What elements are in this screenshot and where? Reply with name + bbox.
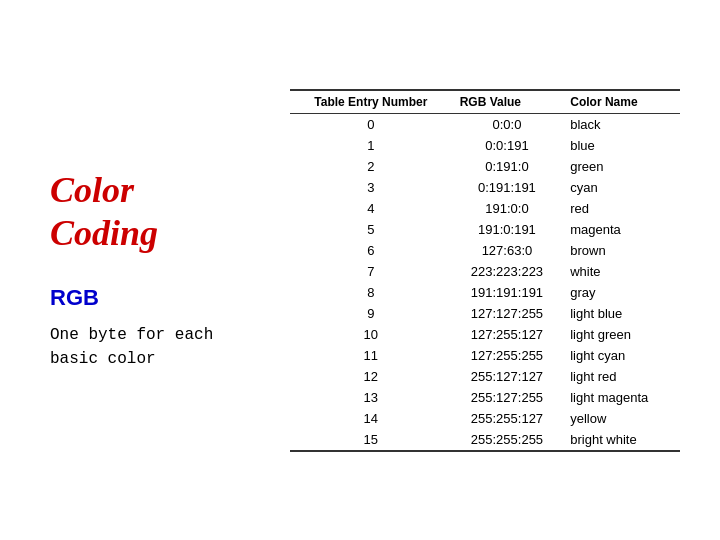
table-row: 10127:255:127light green bbox=[290, 324, 680, 345]
cell-entry: 12 bbox=[290, 366, 452, 387]
cell-rgb: 255:127:255 bbox=[452, 387, 563, 408]
table-row: 5191:0:191magenta bbox=[290, 219, 680, 240]
cell-entry: 9 bbox=[290, 303, 452, 324]
cell-entry: 3 bbox=[290, 177, 452, 198]
cell-color-name: blue bbox=[562, 135, 680, 156]
cell-rgb: 0:0:0 bbox=[452, 113, 563, 135]
cell-entry: 1 bbox=[290, 135, 452, 156]
cell-rgb: 0:191:191 bbox=[452, 177, 563, 198]
rgb-label: RGB bbox=[50, 285, 250, 311]
cell-entry: 4 bbox=[290, 198, 452, 219]
table-row: 13255:127:255light magenta bbox=[290, 387, 680, 408]
cell-color-name: gray bbox=[562, 282, 680, 303]
right-panel: Table Entry Number RGB Value Color Name … bbox=[270, 79, 690, 462]
cell-rgb: 191:191:191 bbox=[452, 282, 563, 303]
cell-rgb: 127:255:255 bbox=[452, 345, 563, 366]
col-header-rgb: RGB Value bbox=[452, 90, 563, 114]
cell-rgb: 255:127:127 bbox=[452, 366, 563, 387]
cell-entry: 13 bbox=[290, 387, 452, 408]
cell-color-name: magenta bbox=[562, 219, 680, 240]
page-title: Color Coding bbox=[50, 169, 250, 255]
table-row: 14255:255:127yellow bbox=[290, 408, 680, 429]
cell-color-name: bright white bbox=[562, 429, 680, 451]
table-row: 20:191:0green bbox=[290, 156, 680, 177]
table-row: 4191:0:0red bbox=[290, 198, 680, 219]
table-row: 10:0:191blue bbox=[290, 135, 680, 156]
cell-rgb: 223:223:223 bbox=[452, 261, 563, 282]
table-row: 00:0:0black bbox=[290, 113, 680, 135]
table-row: 6127:63:0brown bbox=[290, 240, 680, 261]
table-row: 7223:223:223white bbox=[290, 261, 680, 282]
subtitle-line1: One byte for each bbox=[50, 326, 213, 344]
cell-rgb: 191:0:0 bbox=[452, 198, 563, 219]
cell-entry: 6 bbox=[290, 240, 452, 261]
cell-color-name: green bbox=[562, 156, 680, 177]
cell-entry: 0 bbox=[290, 113, 452, 135]
cell-color-name: light green bbox=[562, 324, 680, 345]
table-row: 30:191:191cyan bbox=[290, 177, 680, 198]
col-header-name: Color Name bbox=[562, 90, 680, 114]
cell-color-name: yellow bbox=[562, 408, 680, 429]
cell-entry: 2 bbox=[290, 156, 452, 177]
cell-entry: 10 bbox=[290, 324, 452, 345]
cell-color-name: white bbox=[562, 261, 680, 282]
col-header-entry: Table Entry Number bbox=[290, 90, 452, 114]
cell-rgb: 127:255:127 bbox=[452, 324, 563, 345]
cell-entry: 11 bbox=[290, 345, 452, 366]
table-row: 8191:191:191gray bbox=[290, 282, 680, 303]
table-row: 15255:255:255bright white bbox=[290, 429, 680, 451]
cell-rgb: 191:0:191 bbox=[452, 219, 563, 240]
cell-rgb: 127:127:255 bbox=[452, 303, 563, 324]
color-table: Table Entry Number RGB Value Color Name … bbox=[290, 89, 680, 452]
cell-color-name: black bbox=[562, 113, 680, 135]
cell-rgb: 0:0:191 bbox=[452, 135, 563, 156]
table-header-row: Table Entry Number RGB Value Color Name bbox=[290, 90, 680, 114]
table-row: 12255:127:127light red bbox=[290, 366, 680, 387]
table-row: 9127:127:255light blue bbox=[290, 303, 680, 324]
cell-rgb: 127:63:0 bbox=[452, 240, 563, 261]
cell-color-name: light blue bbox=[562, 303, 680, 324]
cell-color-name: light cyan bbox=[562, 345, 680, 366]
cell-rgb: 255:255:255 bbox=[452, 429, 563, 451]
left-panel: Color Coding RGB One byte for each basic… bbox=[30, 149, 270, 391]
cell-entry: 15 bbox=[290, 429, 452, 451]
subtitle: One byte for each basic color bbox=[50, 323, 250, 371]
cell-rgb: 255:255:127 bbox=[452, 408, 563, 429]
cell-entry: 8 bbox=[290, 282, 452, 303]
cell-color-name: cyan bbox=[562, 177, 680, 198]
subtitle-line2: basic color bbox=[50, 350, 156, 368]
cell-entry: 14 bbox=[290, 408, 452, 429]
cell-color-name: light red bbox=[562, 366, 680, 387]
cell-color-name: light magenta bbox=[562, 387, 680, 408]
cell-color-name: red bbox=[562, 198, 680, 219]
main-container: Color Coding RGB One byte for each basic… bbox=[0, 0, 720, 540]
cell-entry: 5 bbox=[290, 219, 452, 240]
table-row: 11127:255:255light cyan bbox=[290, 345, 680, 366]
cell-rgb: 0:191:0 bbox=[452, 156, 563, 177]
cell-color-name: brown bbox=[562, 240, 680, 261]
cell-entry: 7 bbox=[290, 261, 452, 282]
